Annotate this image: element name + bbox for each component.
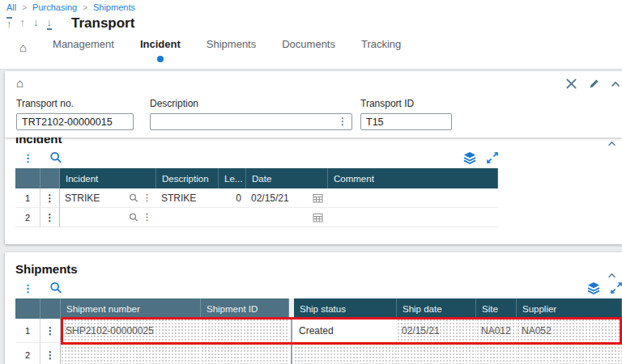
shipments-layers-icon[interactable] (586, 281, 601, 294)
incident-row2-description-cell[interactable] (156, 208, 219, 227)
shipments-expand-icon[interactable] (611, 282, 622, 294)
shipments-row1-menu-icon[interactable]: ⋮ (40, 319, 61, 343)
shipments-header-rownum (15, 298, 40, 319)
shipments-header-date[interactable]: Ship date (397, 298, 476, 319)
incident-row2-le-cell[interactable] (219, 208, 246, 227)
incident-row1-incident-value: STRIKE (65, 193, 100, 204)
edit-pencil-icon[interactable] (588, 78, 600, 90)
incident-row1-date-cell[interactable]: 02/15/21 (246, 188, 328, 208)
shipments-row2-number[interactable]: 2 (15, 343, 40, 364)
shipments-header-supplier[interactable]: Supplier (517, 298, 622, 319)
tab-shipments[interactable]: Shipments (207, 38, 256, 58)
top-bar: All > Purchasing > Shipments ↑ ↑ ↓ ↓ Tra… (0, 0, 622, 70)
collapse-panel-icon[interactable] (611, 81, 620, 87)
incident-row2-number[interactable]: 2 (15, 208, 40, 227)
incident-row1-le-cell[interactable]: 0 (219, 188, 246, 208)
previous-record-icon[interactable]: ↑ (20, 17, 26, 30)
tab-incident[interactable]: Incident (140, 38, 181, 58)
breadcrumb-all[interactable]: All (6, 2, 16, 12)
breadcrumb-shipments[interactable]: Shipments (93, 2, 135, 12)
incident-row1-menu-icon[interactable]: ⋮ (40, 188, 60, 208)
last-record-icon[interactable]: ↓ (47, 17, 53, 30)
breadcrumb-separator-icon: > (83, 3, 87, 12)
incident-row1-comment-cell[interactable] (328, 188, 498, 208)
incident-table: Incident Description Le... Date Comment … (15, 168, 622, 227)
first-record-icon[interactable]: ↑ (6, 17, 12, 30)
shipments-row1-status-cell[interactable]: Created (294, 319, 397, 343)
incident-search-icon[interactable] (49, 151, 62, 164)
lookup-magnifier-icon[interactable] (129, 193, 138, 203)
transport-id-field: Transport ID (360, 98, 452, 130)
shipments-header-actions (40, 298, 61, 319)
shipments-row2-shipment-id-cell[interactable] (201, 343, 289, 364)
cell-options-icon[interactable]: ⋮ (143, 213, 151, 222)
shipments-header-number[interactable]: Shipment number (61, 298, 201, 319)
shipments-row2-shipment-number-cell[interactable] (61, 343, 201, 364)
calendar-icon[interactable] (313, 193, 323, 203)
shipments-row1-supplier-cell[interactable]: NA052 (517, 319, 622, 343)
shipments-row1-number[interactable]: 1 (15, 319, 40, 343)
panel-home-icon[interactable]: ⌂ (16, 76, 23, 90)
shipments-row2-date-cell[interactable] (397, 343, 476, 364)
shipments-row1-date-cell[interactable]: 02/15/21 (397, 319, 476, 343)
customize-tools-icon[interactable] (565, 78, 577, 90)
incident-row1-number[interactable]: 1 (15, 188, 40, 208)
incident-layers-icon[interactable] (462, 151, 477, 164)
next-record-icon[interactable]: ↓ (33, 17, 39, 30)
shipments-table: Shipment number Shipment ID Ship status … (15, 298, 622, 364)
transport-header-panel: ⌂ Transport no. Description ⋮ Transport … (5, 71, 622, 138)
shipments-header-status[interactable]: Ship status (294, 298, 397, 319)
shipments-header-id[interactable]: Shipment ID (201, 298, 289, 319)
incident-row1-incident-cell[interactable]: STRIKE ⋮ (60, 188, 156, 208)
transport-id-label: Transport ID (360, 98, 452, 109)
cell-options-icon[interactable]: ⋮ (143, 193, 151, 202)
home-tab-icon[interactable]: ⌂ (19, 41, 27, 53)
incident-row1-description-cell[interactable]: STRIKE (156, 188, 219, 208)
incident-row2-date-cell[interactable] (246, 208, 328, 227)
shipments-row2-supplier-cell[interactable] (517, 343, 622, 364)
incident-grid-menu-icon[interactable]: ⋮ (23, 153, 33, 163)
incident-header-description[interactable]: Description (156, 168, 219, 188)
incident-grid-toolbar: ⋮ (15, 151, 498, 164)
calendar-icon[interactable] (313, 213, 323, 222)
shipments-header-site[interactable]: Site (476, 298, 517, 319)
shipments-row2-site-cell[interactable] (476, 343, 517, 364)
lookup-magnifier-icon[interactable] (129, 213, 138, 222)
incident-row1-date-value: 02/15/21 (251, 193, 289, 204)
incident-section-title: Incident (15, 138, 622, 146)
incident-header-incident[interactable]: Incident (60, 168, 156, 188)
transport-no-input[interactable] (16, 113, 134, 130)
title-row: ↑ ↑ ↓ ↓ Transport (0, 13, 622, 32)
record-navigation: ↑ ↑ ↓ ↓ (6, 17, 52, 30)
incident-header-comment[interactable]: Comment (328, 168, 498, 188)
transport-no-field: Transport no. (16, 98, 134, 130)
panel-actions (565, 78, 620, 90)
shipments-grid-menu-icon[interactable]: ⋮ (23, 283, 33, 294)
incident-row2-comment-cell[interactable] (328, 208, 498, 227)
shipments-row2-menu-icon[interactable]: ⋮ (40, 343, 61, 364)
tab-management[interactable]: Management (53, 38, 114, 58)
shipments-row1-shipment-number-cell[interactable]: SHP2102-00000025 (61, 319, 201, 343)
tab-documents[interactable]: Documents (282, 38, 335, 58)
tab-tracking[interactable]: Tracking (361, 38, 401, 58)
tabs-bar: ⌂ Management Incident Shipments Document… (0, 32, 622, 58)
incident-row2-incident-cell[interactable]: ⋮ (60, 208, 156, 227)
transport-no-label: Transport no. (16, 98, 134, 109)
incident-section: Incident ⋮ Incident Description Le... Da… (5, 138, 622, 244)
description-options-icon[interactable]: ⋮ (338, 116, 347, 127)
incident-row2-menu-icon[interactable]: ⋮ (40, 208, 60, 227)
shipments-row2-status-cell[interactable] (294, 343, 397, 364)
breadcrumb-purchasing[interactable]: Purchasing (32, 2, 77, 12)
description-input[interactable] (150, 113, 352, 130)
shipments-search-icon[interactable] (49, 281, 62, 294)
description-label: Description (150, 98, 352, 109)
incident-header-date[interactable]: Date (246, 168, 328, 188)
transport-id-input[interactable] (360, 113, 452, 130)
shipments-row1-site-cell[interactable]: NA012 (476, 319, 517, 343)
incident-header-le[interactable]: Le... (219, 168, 246, 188)
shipments-collapse-icon[interactable] (607, 273, 616, 278)
incident-header-actions (40, 168, 60, 188)
incident-collapse-icon[interactable] (607, 141, 616, 146)
shipments-row1-shipment-id-cell[interactable] (201, 319, 289, 343)
incident-expand-icon[interactable] (487, 152, 498, 163)
